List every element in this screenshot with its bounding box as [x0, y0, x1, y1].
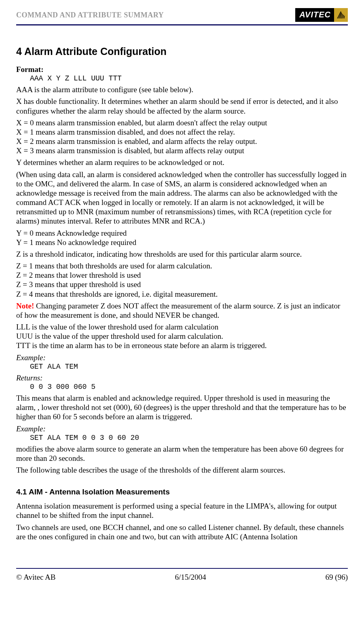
body-text: X = 0 means alarm transmission enabled, …: [16, 118, 348, 156]
y-option: Y = 0 means Acknowledge required: [16, 229, 127, 237]
threshold-desc: LLL is the value of the lower threshold …: [16, 323, 218, 331]
body-text: Z is a threshold indicator, indicating h…: [16, 249, 348, 259]
returns-code: 0 0 3 000 060 5: [30, 383, 348, 391]
body-text: Two channels are used, one BCCH channel,…: [16, 523, 348, 541]
x-option: X = 3 means alarm transmission is disabl…: [16, 146, 244, 155]
threshold-desc: UUU is the value of the upper threshold …: [16, 332, 223, 340]
example-code: SET ALA TEM 0 0 3 0 60 20: [30, 434, 348, 442]
footer-date: 6/15/2004: [175, 573, 206, 582]
footer-copyright: © Avitec AB: [16, 573, 55, 582]
format-code: AAA X Y Z LLL UUU TTT: [30, 74, 348, 82]
body-text: X has double functionality. It determine…: [16, 97, 348, 115]
y-option: Y = 1 means No acknowledge required: [16, 238, 136, 247]
format-label: Format:: [16, 65, 348, 74]
body-text: The following table describes the usage …: [16, 465, 348, 475]
section-heading: 4 Alarm Attribute Configuration: [16, 46, 348, 57]
returns-label: Returns:: [16, 373, 348, 382]
example-label: Example:: [16, 424, 348, 433]
note-label: Note!: [16, 302, 34, 310]
body-text: Z = 1 means that both thresholds are use…: [16, 261, 348, 299]
header-title: COMMAND AND ATTRIBUTE SUMMARY: [16, 11, 164, 19]
body-text: LLL is the value of the lower threshold …: [16, 322, 348, 351]
body-text: This means that alarm is enabled and ack…: [16, 393, 348, 422]
body-text: Y = 0 means Acknowledge required Y = 1 m…: [16, 228, 348, 247]
body-text: Y determines whether an alarm requires t…: [16, 158, 348, 167]
z-option: Z = 3 means that upper threshold is used: [16, 280, 141, 289]
header-divider: [16, 24, 348, 25]
sun-rays-icon: [334, 8, 348, 22]
footer-divider: [16, 568, 348, 569]
note-body: Changing parameter Z does NOT affect the…: [16, 302, 340, 319]
body-text: AAA is the alarm attribute to configure …: [16, 85, 348, 94]
x-option: X = 2 means alarm transmission is enable…: [16, 137, 257, 146]
page-header: COMMAND AND ATTRIBUTE SUMMARY AVITEC: [16, 8, 348, 22]
example-label: Example:: [16, 353, 348, 362]
z-option: Z = 1 means that both thresholds are use…: [16, 262, 212, 270]
example-code: GET ALA TEM: [30, 363, 348, 371]
footer-page-number: 69 (96): [326, 573, 348, 582]
z-option: Z = 4 means that thresholds are ignored,…: [16, 290, 218, 298]
logo: AVITEC: [295, 8, 348, 22]
page-footer: © Avitec AB 6/15/2004 69 (96): [16, 573, 348, 582]
x-option: X = 1 means alarm transmission disabled,…: [16, 128, 235, 136]
body-text: (When using data call, an alarm is consi…: [16, 170, 348, 226]
note-text: Note! Changing parameter Z does NOT affe…: [16, 301, 348, 320]
body-text: modifies the above alarm source to gener…: [16, 444, 348, 463]
body-text: Antenna isolation measurement is perform…: [16, 501, 348, 520]
threshold-desc: TTT is the time an alarm has to be in er…: [16, 341, 267, 350]
z-option: Z = 2 means that lower threshold is used: [16, 271, 141, 279]
subsection-heading: 4.1 AIM - Antenna Isolation Measurements: [16, 488, 348, 496]
x-option: X = 0 means alarm transmission enabled, …: [16, 118, 267, 127]
logo-text: AVITEC: [295, 8, 334, 22]
